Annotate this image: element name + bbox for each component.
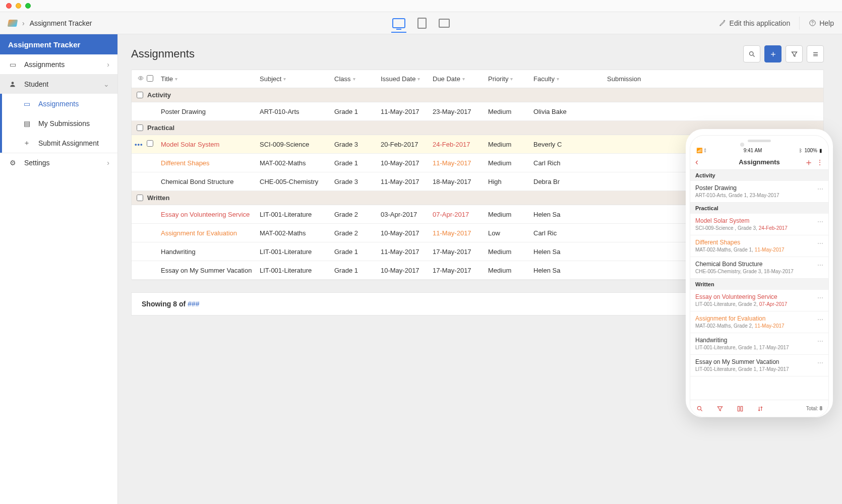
sidebar-item-submit-assignment[interactable]: ＋ Submit Assignment — [0, 133, 117, 153]
table-header: Title▾ Subject▾ Class▾ Issued Date▾ Due … — [132, 70, 823, 88]
wifi-icon: 􀙇 — [704, 148, 706, 153]
chevron-right-icon: › — [107, 159, 109, 167]
sort-icon: ▾ — [510, 76, 513, 82]
window-titlebar — [0, 0, 842, 12]
eye-icon[interactable] — [137, 75, 145, 81]
sidebar-header: Assignment Tracker — [0, 34, 117, 54]
row-actions-icon[interactable]: ••• — [135, 141, 143, 148]
breadcrumb-app-name[interactable]: Assignment Tracker — [30, 19, 92, 27]
desktop-view-button[interactable] — [392, 18, 405, 28]
column-header-subject[interactable]: Subject▾ — [260, 75, 334, 83]
help-icon — [809, 19, 816, 27]
phone-speaker-icon — [748, 140, 771, 142]
more-icon[interactable]: ⋯ — [817, 218, 823, 225]
sort-icon: ▾ — [175, 76, 177, 82]
group-checkbox[interactable] — [137, 92, 143, 98]
more-icon[interactable]: ⋯ — [817, 294, 823, 301]
more-icon[interactable]: ⋯ — [817, 316, 823, 323]
document-icon: ▤ — [22, 119, 31, 128]
list-item[interactable]: Assignment for EvaluationMAT-002-Maths, … — [690, 311, 828, 333]
sidebar-item-settings[interactable]: ⚙ Settings › — [0, 153, 117, 172]
row-checkbox[interactable] — [147, 140, 153, 147]
filter-button[interactable] — [786, 45, 803, 62]
table-row[interactable]: Poster Drawing ART-010-Arts Grade 1 11-M… — [132, 102, 823, 121]
book-icon: ▭ — [22, 100, 31, 108]
more-vertical-icon[interactable]: ⋮ — [816, 158, 823, 166]
device-switcher — [392, 18, 450, 29]
help-link[interactable]: Help — [809, 19, 834, 27]
mobile-clock: 9:41 AM — [744, 148, 762, 153]
mobile-title: Assignments — [739, 158, 780, 166]
plus-icon: ＋ — [22, 139, 31, 148]
search-button[interactable] — [743, 45, 760, 62]
sidebar-item-assignments[interactable]: ▭ Assignments › — [0, 54, 117, 74]
minimize-window-button[interactable] — [16, 3, 21, 9]
column-header-title[interactable]: Title▾ — [161, 75, 260, 83]
breadcrumb-separator: › — [22, 19, 25, 27]
columns-icon[interactable] — [737, 405, 744, 412]
bluetooth-icon: ᛒ — [799, 148, 802, 153]
column-header-issued-date[interactable]: Issued Date▾ — [381, 75, 433, 83]
sort-icon: ▾ — [417, 76, 420, 82]
svg-point-3 — [140, 78, 142, 79]
edit-application-link[interactable]: Edit this application — [719, 19, 791, 27]
add-icon[interactable]: ＋ — [804, 156, 813, 168]
group-checkbox[interactable] — [137, 124, 143, 131]
add-button[interactable] — [764, 45, 781, 62]
svg-point-4 — [697, 406, 701, 410]
hamburger-icon — [812, 50, 819, 58]
sort-icon: ▾ — [353, 76, 355, 82]
mobile-group-header: Practical — [690, 203, 828, 214]
search-icon[interactable] — [696, 405, 703, 412]
mobile-group-header: Activity — [690, 170, 828, 181]
list-item[interactable]: HandwritingLIT-001-Literature, Grade 1, … — [690, 333, 828, 355]
funnel-icon — [791, 50, 798, 58]
column-header-priority[interactable]: Priority▾ — [488, 75, 533, 83]
mobile-group-header: Written — [690, 279, 828, 290]
list-item[interactable]: Chemical Bond StructureCHE-005-Chemistry… — [690, 257, 828, 279]
back-icon[interactable]: ‹ — [695, 157, 698, 167]
more-icon[interactable]: ⋯ — [817, 338, 823, 345]
sidebar: Assignment Tracker ▭ Assignments › Stude… — [0, 34, 118, 504]
sidebar-item-my-submissions[interactable]: ▤ My Submissions — [0, 113, 117, 133]
monitor-icon — [392, 18, 405, 28]
menu-button[interactable] — [807, 45, 824, 62]
zoom-window-button[interactable] — [25, 3, 31, 9]
sort-icon: ▾ — [462, 76, 465, 82]
column-header-faculty[interactable]: Faculty▾ — [533, 75, 607, 83]
tablet-landscape-view-button[interactable] — [439, 19, 450, 28]
plus-icon — [769, 50, 777, 58]
sidebar-item-student-assignments[interactable]: ▭ Assignments — [0, 94, 117, 113]
list-item[interactable]: Essay on My Summer VacationLIT-001-Liter… — [690, 355, 828, 376]
chevron-down-icon: ⌄ — [103, 80, 109, 88]
more-icon[interactable]: ⋯ — [817, 240, 823, 247]
book-icon: ▭ — [8, 60, 17, 69]
user-icon — [8, 81, 17, 88]
svg-rect-5 — [738, 406, 740, 411]
svg-rect-6 — [741, 406, 743, 411]
list-item[interactable]: Poster DrawingART-010-Arts, Grade 1, 23-… — [690, 181, 828, 203]
sidebar-item-student[interactable]: Student ⌄ — [0, 74, 117, 94]
group-header-activity[interactable]: Activity — [132, 88, 823, 102]
mobile-status-bar: 📶􀙇 9:41 AM ᛒ100%▮ — [690, 146, 828, 155]
phone-camera-icon — [740, 143, 744, 147]
sort-icon[interactable] — [757, 405, 764, 412]
select-all-checkbox[interactable] — [147, 75, 153, 82]
more-icon[interactable]: ⋯ — [817, 185, 823, 193]
tablet-view-button[interactable] — [417, 18, 427, 29]
sort-icon: ▾ — [283, 76, 286, 82]
column-header-submission[interactable]: Submission — [607, 75, 823, 83]
more-icon[interactable]: ⋯ — [817, 262, 823, 269]
mobile-preview: 📶􀙇 9:41 AM ᛒ100%▮ ‹ Assignments ＋ ⋮ Acti… — [686, 129, 833, 417]
column-header-due-date[interactable]: Due Date▾ — [433, 75, 488, 83]
close-window-button[interactable] — [6, 3, 12, 9]
list-item[interactable]: Different ShapesMAT-002-Maths, Grade 1, … — [690, 235, 828, 257]
app-logo-icon — [8, 20, 18, 27]
group-checkbox[interactable] — [137, 195, 143, 201]
svg-point-1 — [12, 82, 14, 84]
funnel-icon[interactable] — [716, 405, 724, 412]
list-item[interactable]: Model Solar SystemSCI-009-Science , Grad… — [690, 214, 828, 235]
list-item[interactable]: Essay on Volunteering ServiceLIT-001-Lit… — [690, 290, 828, 311]
more-icon[interactable]: ⋯ — [817, 359, 823, 366]
column-header-class[interactable]: Class▾ — [334, 75, 381, 83]
